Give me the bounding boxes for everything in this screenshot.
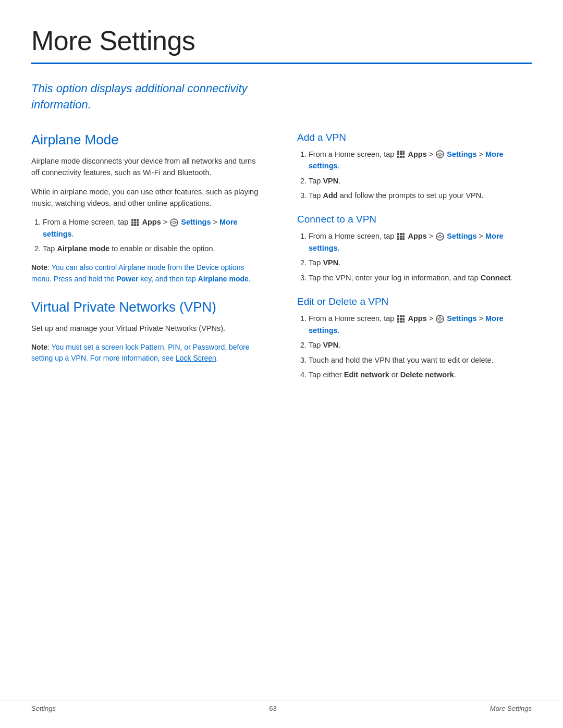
settings-label: Settings <box>181 218 211 226</box>
airplane-mode-para2: While in airplane mode, you can use othe… <box>31 186 266 209</box>
edit-vpn-bold: VPN <box>323 341 338 349</box>
svg-point-7 <box>439 153 442 155</box>
edit-vpn-step-3: Touch and hold the VPN that you want to … <box>309 354 532 366</box>
edit-vpn-step-1: From a Home screen, tap Apps > <box>309 313 532 336</box>
vpn-note: Note: You must set a screen lock Pattern… <box>31 342 266 364</box>
airplane-step-1: From a Home screen, tap Apps > <box>43 216 266 240</box>
vpn-para1: Set up and manage your Virtual Private N… <box>31 323 266 334</box>
intro-text: This option displays additional connecti… <box>31 81 282 113</box>
edit-network-bold: Edit network <box>344 371 389 379</box>
edit-vpn-steps: From a Home screen, tap Apps > <box>297 313 532 380</box>
page-wrapper: More Settings This option displays addit… <box>0 0 563 430</box>
connect-vpn-step-1: From a Home screen, tap Apps > <box>309 230 532 254</box>
apps-icon-edit <box>397 315 405 323</box>
page-footer: Settings 63 More Settings <box>0 700 563 712</box>
airplane-note: Note: You can also control Airplane mode… <box>31 262 266 285</box>
add-vpn-step-2: Tap VPN. <box>309 175 532 187</box>
apps-icon <box>131 219 139 226</box>
add-vpn-step-3: Tap Add and follow the prompts to set up… <box>309 190 532 201</box>
connect-apps-label: Apps <box>408 232 426 240</box>
footer-center: 63 <box>269 705 276 712</box>
airplane-mode-para1: Airplane mode disconnects your device fr… <box>31 155 266 179</box>
edit-apps-label: Apps <box>408 314 426 323</box>
edit-vpn-heading: Edit or Delete a VPN <box>297 296 532 307</box>
left-column: Airplane Mode Airplane mode disconnects … <box>31 132 266 388</box>
connect-vpn-step-3: Tap the VPN, enter your log in informati… <box>309 272 532 283</box>
settings-icon-add <box>436 150 444 158</box>
connect-vpn-bold: VPN <box>323 258 338 267</box>
connect-vpn-heading: Connect to a VPN <box>297 214 532 225</box>
edit-settings-label: Settings <box>447 314 476 323</box>
airplane-mode-bold: Airplane mode <box>57 244 109 253</box>
apps-icon-add <box>397 151 405 158</box>
add-vpn-steps: From a Home screen, tap Apps > <box>297 149 532 202</box>
apps-label: Apps <box>142 218 161 226</box>
apps-icon-connect <box>397 233 405 240</box>
svg-point-1 <box>173 221 176 224</box>
vpn-heading: Virtual Private Networks (VPN) <box>31 299 266 315</box>
add-vpn-heading: Add a VPN <box>297 132 532 143</box>
add-settings-label: Settings <box>447 150 476 158</box>
lock-screen-link[interactable]: Lock Screen <box>176 354 216 362</box>
svg-point-13 <box>439 235 442 238</box>
power-bold: Power <box>116 275 138 283</box>
airplane-mode-heading: Airplane Mode <box>31 132 266 148</box>
add-vpn-step-1: From a Home screen, tap Apps > <box>309 149 532 172</box>
airplane-step-2: Tap Airplane mode to enable or disable t… <box>43 243 266 254</box>
connect-vpn-steps: From a Home screen, tap Apps > <box>297 230 532 283</box>
vpn-note-label: Note <box>31 343 47 351</box>
footer-left: Settings <box>31 705 56 712</box>
settings-icon-edit <box>436 315 444 323</box>
airplane-mode-note-bold: Airplane mode <box>198 275 249 283</box>
airplane-mode-steps: From a Home screen, tap Apps > <box>31 216 266 254</box>
svg-point-19 <box>439 317 442 320</box>
footer-right: More Settings <box>490 705 532 712</box>
delete-network-bold: Delete network <box>400 371 454 379</box>
settings-icon-connect <box>436 232 444 241</box>
edit-vpn-step-4: Tap either Edit network or Delete networ… <box>309 369 532 380</box>
content-columns: Airplane Mode Airplane mode disconnects … <box>31 132 532 388</box>
right-column: Add a VPN From a Home screen, tap Apps > <box>297 132 532 388</box>
connect-vpn-step-2: Tap VPN. <box>309 257 532 268</box>
title-divider <box>31 63 532 64</box>
add-bold: Add <box>323 191 337 200</box>
connect-settings-label: Settings <box>447 232 476 240</box>
settings-icon <box>170 218 178 227</box>
add-apps-label: Apps <box>408 150 426 158</box>
edit-vpn-step-2: Tap VPN. <box>309 339 532 351</box>
add-vpn-bold: VPN <box>323 177 338 185</box>
connect-bold: Connect <box>481 274 511 282</box>
note-label: Note <box>31 263 47 272</box>
page-title: More Settings <box>31 25 532 56</box>
